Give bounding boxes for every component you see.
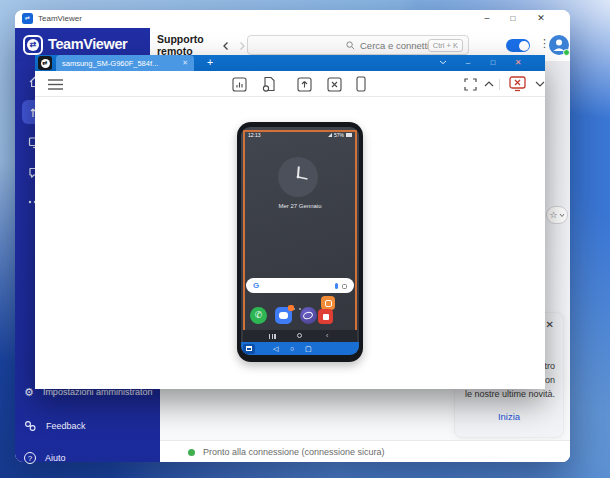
tv-recents-icon[interactable]: ▢ bbox=[305, 343, 312, 354]
planet-orbit bbox=[302, 310, 314, 320]
phone-status-time: 12:13 bbox=[248, 132, 261, 138]
store-glyph bbox=[325, 300, 332, 307]
sidebar-item-help[interactable]: ? Aiuto bbox=[24, 449, 66, 467]
phone-status-right: 57% bbox=[328, 132, 352, 138]
fullscreen-icon[interactable] bbox=[462, 76, 478, 92]
search-shortcut-badge: Ctrl + K bbox=[428, 39, 463, 52]
search-icon bbox=[346, 41, 355, 50]
session-maximize-button[interactable]: □ bbox=[483, 55, 503, 71]
online-status-dot bbox=[563, 49, 570, 56]
back-icon[interactable] bbox=[221, 41, 231, 51]
connection-status-bar: Pronto alla connessione (connessione sic… bbox=[160, 440, 570, 462]
close-button[interactable]: ✕ bbox=[529, 10, 553, 28]
dashboard-stats-icon[interactable] bbox=[231, 76, 247, 92]
remote-phone[interactable]: 12:13 57% Mer 27 Gennaio G ✆ bbox=[237, 122, 363, 362]
android-home-icon[interactable] bbox=[297, 333, 302, 338]
video-glyph bbox=[323, 314, 329, 320]
android-back-icon[interactable]: ‹ bbox=[326, 332, 328, 340]
close-apps-icon[interactable] bbox=[326, 76, 342, 92]
battery-icon bbox=[346, 133, 352, 137]
forward-icon[interactable] bbox=[237, 41, 247, 51]
message-bubble bbox=[279, 312, 288, 319]
star-icon: ☆ bbox=[549, 210, 557, 220]
status-dot bbox=[188, 449, 195, 456]
google-logo: G bbox=[253, 281, 259, 290]
minimize-button[interactable]: – bbox=[475, 10, 499, 28]
tv-home-icon[interactable]: ○ bbox=[290, 343, 294, 354]
sidebar-item-feedback[interactable]: Feedback bbox=[24, 417, 86, 435]
grid-icon bbox=[246, 346, 252, 351]
new-tab-button[interactable]: + bbox=[207, 56, 213, 68]
end-session-icon[interactable] bbox=[507, 76, 527, 92]
file-settings-icon[interactable] bbox=[261, 76, 277, 92]
phone-app-icon[interactable]: ✆ bbox=[250, 307, 267, 324]
session-close-button[interactable]: ✕ bbox=[508, 55, 528, 71]
session-minimize-button[interactable]: – bbox=[458, 55, 478, 71]
date-widget: Mer 27 Gennaio bbox=[241, 203, 359, 209]
session-menu-chevron-icon[interactable] bbox=[433, 55, 453, 71]
os-titlebar: ⇄ TeamViewer – □ ✕ bbox=[15, 10, 570, 28]
connection-toggle[interactable] bbox=[506, 39, 530, 52]
maximize-button[interactable]: □ bbox=[501, 10, 525, 28]
toolbar-divider bbox=[499, 79, 500, 90]
browser-app-icon[interactable] bbox=[300, 307, 317, 324]
card-text-line: le nostre ultime novità. bbox=[465, 387, 555, 401]
remote-session-window: ⇄ samsung_SM-G960F_584f... ✕ + – □ ✕ bbox=[35, 55, 545, 389]
recents-icon[interactable] bbox=[269, 334, 276, 339]
session-toolbar bbox=[35, 71, 545, 97]
session-titlebar: ⇄ samsung_SM-G960F_584f... ✕ + – □ ✕ bbox=[35, 55, 545, 71]
help-icon: ? bbox=[24, 452, 36, 464]
favorite-button[interactable]: ☆ bbox=[546, 206, 568, 224]
status-text: Pronto alla connessione (connessione sic… bbox=[203, 447, 385, 457]
tab-close-icon[interactable]: ✕ bbox=[182, 59, 188, 67]
tv-back-icon[interactable]: ◁ bbox=[273, 343, 278, 354]
avatar[interactable] bbox=[549, 35, 569, 55]
battery-percent: 57% bbox=[334, 132, 344, 138]
window-title: TeamViewer bbox=[38, 14, 82, 23]
card-close-icon[interactable]: ✕ bbox=[546, 319, 554, 330]
phone-screen[interactable]: 12:13 57% Mer 27 Gennaio G ✆ bbox=[241, 127, 359, 355]
teamviewer-session-icon: ⇄ bbox=[38, 56, 52, 70]
store-app-icon[interactable] bbox=[321, 296, 335, 310]
teamviewer-phone-toolbar: ◁ ○ ▢ bbox=[241, 342, 359, 355]
google-search-bar[interactable]: G bbox=[246, 278, 354, 293]
gear-icon: ⚙ bbox=[24, 386, 34, 399]
clock-widget[interactable] bbox=[278, 157, 318, 197]
collapse-toolbar-chevron-icon[interactable] bbox=[481, 76, 497, 92]
toggle-knob bbox=[519, 41, 529, 51]
hamburger-menu-icon[interactable] bbox=[47, 76, 63, 92]
lens-icon[interactable] bbox=[342, 284, 347, 289]
notification-badge bbox=[288, 305, 294, 311]
help-label: Aiuto bbox=[45, 453, 66, 463]
device-phone-icon[interactable] bbox=[353, 76, 369, 92]
chevron-down-icon bbox=[559, 213, 565, 218]
search-placeholder: Cerca e connetti bbox=[360, 40, 429, 51]
inizia-link[interactable]: Inizia bbox=[455, 411, 563, 422]
upload-app-icon[interactable] bbox=[296, 76, 312, 92]
remote-screen-area[interactable]: 12:13 57% Mer 27 Gennaio G ✆ bbox=[35, 97, 545, 389]
feedback-label: Feedback bbox=[46, 421, 86, 431]
session-tab[interactable]: samsung_SM-G960F_584f... ✕ bbox=[56, 55, 194, 71]
more-actions-chevron-icon[interactable] bbox=[532, 76, 548, 92]
teamviewer-app-icon: ⇄ bbox=[22, 13, 33, 24]
android-nav-bar: ‹ bbox=[243, 330, 357, 342]
search-input[interactable]: Cerca e connetti Ctrl + K bbox=[247, 35, 469, 55]
mic-icon[interactable] bbox=[335, 283, 339, 289]
signal-icon bbox=[328, 133, 332, 137]
feedback-icon bbox=[24, 420, 37, 432]
tv-toolbar-menu-button[interactable] bbox=[243, 344, 255, 354]
session-tab-title: samsung_SM-G960F_584f... bbox=[62, 59, 178, 68]
teamviewer-logo-icon: ⇄ bbox=[23, 35, 43, 55]
video-app-icon[interactable] bbox=[318, 309, 333, 324]
messages-app-icon[interactable] bbox=[275, 307, 292, 324]
brand-name: TeamViewer bbox=[48, 36, 127, 52]
